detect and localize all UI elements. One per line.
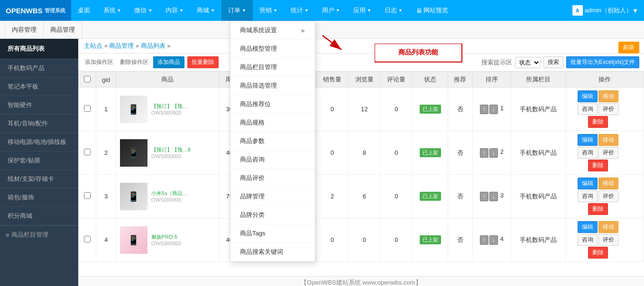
nav-user[interactable]: 用户 ▼: [315, 0, 347, 21]
breadcrumb-shop-manage[interactable]: 商品管理: [109, 42, 134, 49]
export-button[interactable]: 批量导出为Excel(xls)文件: [566, 56, 639, 68]
dropdown-item-5[interactable]: 商品规格: [230, 114, 315, 132]
dropdown-item-4[interactable]: 商品推荐位: [230, 95, 315, 114]
product-name-2[interactable]: 【预订】【预…8: [151, 146, 191, 153]
review-button-4[interactable]: 评价: [598, 234, 618, 246]
chevron-down-icon: ▼: [304, 8, 309, 13]
select-all-checkbox[interactable]: [84, 76, 91, 82]
batch-delete-button[interactable]: 批量删除: [187, 56, 219, 68]
dropdown-item-6[interactable]: 商品参数: [230, 132, 315, 151]
cell-category-1: 手机数码产品: [511, 88, 565, 131]
row-checkbox-4[interactable]: [84, 236, 91, 242]
sidebar-item-all-products[interactable]: 所有商品列表: [0, 39, 78, 59]
refresh-button[interactable]: 刷新: [618, 42, 639, 54]
sidebar-item-powerbank[interactable]: 移动电源/电池/插线板: [0, 133, 78, 152]
nav-desktop[interactable]: 桌面: [71, 0, 97, 21]
sidebar-item-laptop[interactable]: 笔记本平板: [0, 78, 78, 96]
consult-button-2[interactable]: 咨询: [578, 147, 598, 159]
second-nav-products[interactable]: 商品管理: [44, 21, 82, 39]
dropdown-item-7[interactable]: 商品咨询: [230, 151, 315, 169]
sort-down-button-2[interactable]: ↓: [489, 148, 498, 158]
dropdown-item-12[interactable]: 商品搜索关键词: [230, 243, 315, 261]
edit-button-3[interactable]: 编辑: [578, 178, 598, 189]
delete-button-3[interactable]: 删除: [588, 203, 608, 215]
product-name-3[interactable]: 小米5s（商品…: [151, 190, 188, 197]
review-button-3[interactable]: 评价: [598, 190, 618, 202]
dropdown-item-8[interactable]: 商品评价: [230, 169, 315, 188]
breadcrumb-home[interactable]: 主站点: [84, 42, 102, 49]
nav-marketing[interactable]: 营销 ▼: [253, 0, 284, 21]
cell-status-3: 已上架: [413, 175, 448, 218]
delete-button-1[interactable]: 删除: [588, 116, 608, 128]
nav-log[interactable]: 日志 ▼: [378, 0, 409, 21]
edit-button-2[interactable]: 编辑: [578, 134, 598, 146]
second-nav-content[interactable]: 内容管理: [5, 21, 44, 39]
cell-product-4: 📱 魅族PRO 6 OWS000000: [116, 218, 219, 262]
edit-button-1[interactable]: 编辑: [578, 90, 598, 102]
sidebar-item-headphone[interactable]: 耳机/音响/配件: [0, 115, 78, 133]
sidebar-item-case[interactable]: 保护套/贴膜: [0, 152, 78, 170]
consult-button-4[interactable]: 咨询: [578, 234, 598, 246]
cell-actions-4: 编辑 移动 咨询 评价 删除: [565, 218, 644, 262]
consult-button-3[interactable]: 咨询: [578, 190, 598, 202]
dropdown-item-11[interactable]: 商品Tags: [230, 224, 315, 243]
dropdown-item-1[interactable]: 商品模型管理: [230, 40, 315, 58]
move-button-3[interactable]: 移动: [598, 178, 618, 189]
admin-area: A admin（创始人） ▼: [572, 5, 644, 16]
sidebar-item-mobile[interactable]: 手机数码产品: [0, 59, 78, 78]
chevron-down-icon: ▼: [148, 8, 152, 13]
breadcrumb-product-list[interactable]: 商品列表: [141, 42, 166, 49]
product-sku-4: OWS000000: [151, 241, 181, 246]
nav-order[interactable]: 订单 ▼: [221, 0, 253, 21]
dropdown-item-10[interactable]: 品牌分类: [230, 206, 315, 224]
dropdown-menu: 商城系统设置▶商品模型管理商品栏目管理商品筛选管理商品推荐位商品规格商品参数商品…: [230, 21, 315, 262]
chevron-down-icon: ▼: [336, 8, 340, 13]
delete-button-2[interactable]: 删除: [588, 160, 608, 171]
nav-statistics[interactable]: 统计 ▼: [284, 0, 315, 21]
dropdown-item-0[interactable]: 商城系统设置▶: [230, 21, 315, 40]
sort-up-button-2[interactable]: ↑: [480, 148, 488, 158]
dropdown-item-9[interactable]: 品牌管理: [230, 188, 315, 206]
move-button-4[interactable]: 移动: [598, 221, 618, 233]
review-button-2[interactable]: 评价: [598, 147, 618, 159]
nav-preview[interactable]: 🖥 网站预览: [409, 0, 455, 21]
nav-system[interactable]: 系统 ▼: [97, 0, 128, 21]
add-product-button[interactable]: 添加商品: [153, 56, 184, 68]
nav-content[interactable]: 内容 ▼: [159, 0, 190, 21]
sort-down-button-1[interactable]: ↓: [489, 105, 498, 114]
row-checkbox-3[interactable]: [84, 192, 91, 199]
cell-sales-3: 2: [316, 175, 349, 218]
sidebar-item-smart-hardware[interactable]: 智能硬件: [0, 96, 78, 115]
review-button-1[interactable]: 评价: [598, 103, 618, 115]
nav-shop[interactable]: 商城 ▼: [190, 0, 221, 21]
breadcrumb: 主站点 » 商品管理 » 商品列表 » 刷新: [78, 39, 644, 54]
sort-num-3: 3: [500, 192, 504, 201]
sort-up-button-1[interactable]: ↑: [480, 105, 488, 114]
move-button-2[interactable]: 移动: [598, 134, 618, 146]
move-button-1[interactable]: 移动: [598, 90, 618, 102]
logo-name: OPENWBS: [6, 7, 43, 15]
sidebar-section-category[interactable]: ≡ 商品栏目管理: [0, 225, 78, 244]
product-name-1[interactable]: 【预订】【预…: [151, 103, 188, 110]
edit-button-4[interactable]: 编辑: [578, 221, 598, 233]
delete-button-4[interactable]: 删除: [588, 247, 608, 259]
row-checkbox-2[interactable]: [84, 149, 91, 155]
nav-wechat[interactable]: 微信 ▼: [128, 0, 159, 21]
product-name-4[interactable]: 魅族PRO 6: [151, 233, 181, 241]
nav-app[interactable]: 应用 ▼: [347, 0, 378, 21]
sort-down-button-4[interactable]: ↓: [489, 235, 498, 245]
sort-down-button-3[interactable]: ↓: [489, 192, 498, 201]
sidebar-item-bag[interactable]: 箱包/服饰: [0, 188, 78, 207]
consult-button-1[interactable]: 咨询: [578, 103, 598, 115]
search-button[interactable]: 搜索: [543, 56, 563, 68]
sort-up-button-4[interactable]: ↑: [480, 235, 488, 245]
product-image-2: 📱: [120, 139, 147, 167]
sidebar-item-points[interactable]: 积分商城: [0, 207, 78, 225]
cell-product-2: 📱 【预订】【预…8 OWS000000: [116, 131, 219, 175]
sidebar-item-cable[interactable]: 线材/支架/存储卡: [0, 170, 78, 188]
status-select[interactable]: 状态: [515, 57, 541, 68]
dropdown-item-3[interactable]: 商品筛选管理: [230, 77, 315, 95]
dropdown-item-2[interactable]: 商品栏目管理: [230, 58, 315, 77]
row-checkbox-1[interactable]: [84, 105, 91, 112]
sort-up-button-3[interactable]: ↑: [480, 192, 488, 201]
